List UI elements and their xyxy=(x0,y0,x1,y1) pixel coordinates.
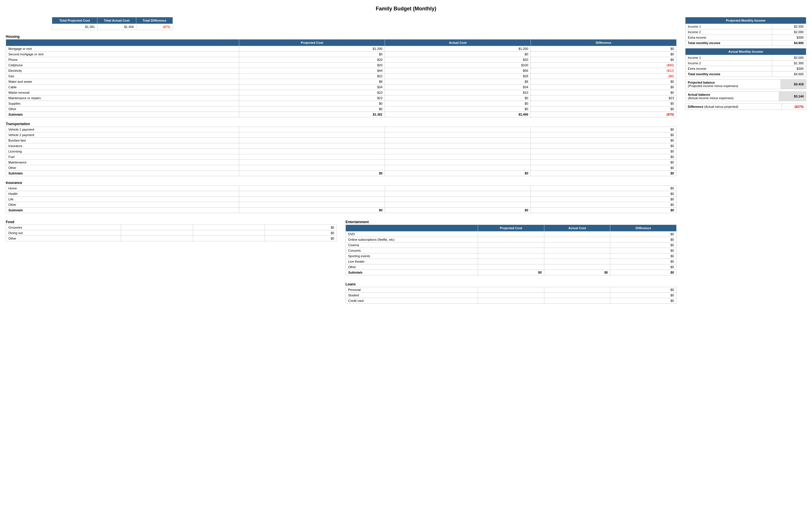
row-label: Mortgage or rent xyxy=(6,46,239,52)
projected-balance-label: Projected balance (Projected income minu… xyxy=(685,80,781,89)
table-row: Other $0 xyxy=(6,165,677,171)
table-row: Student $0 xyxy=(346,293,677,298)
loans-table: Personal $0 Student $0 Credit card $0 xyxy=(346,287,677,304)
entertainment-table: Projected Cost Actual Cost Difference DV… xyxy=(346,224,677,276)
difference-value: ($275) xyxy=(782,104,806,110)
transportation-table: Vehicle 1 payment $0 Vehicle 2 payment $… xyxy=(6,127,677,176)
row-projected: $0 xyxy=(239,52,385,57)
row-label: Maintenance xyxy=(6,160,239,165)
table-row: Sporting events $0 xyxy=(346,253,677,259)
subtotal-row: Subtotals $0 $0 $0 xyxy=(346,270,677,276)
row-projected: $20 xyxy=(239,62,385,68)
table-row: Credit card $0 xyxy=(346,298,677,304)
housing-col-projected: Projected Cost xyxy=(239,40,385,46)
row-diff: $0 xyxy=(531,57,677,62)
row-projected: $23 xyxy=(239,95,385,101)
table-row: Cable $34 $34 $0 xyxy=(6,84,677,90)
transportation-title: Transportation xyxy=(6,122,677,126)
table-row: Dining out $0 xyxy=(6,230,337,236)
income-value: $300 xyxy=(772,66,806,72)
table-row: Waste removal $10 $10 $0 xyxy=(6,90,677,95)
income-value: $3.000 xyxy=(772,55,806,60)
summary-values-row: $1.381 $1.456 ($75) xyxy=(52,24,173,30)
row-actual xyxy=(385,143,531,149)
housing-col-actual: Actual Cost xyxy=(385,40,531,46)
table-row: Second mortgage or rent $0 $0 $0 xyxy=(6,52,677,57)
difference-table: Difference (Actual minus projected) ($27… xyxy=(685,103,806,110)
row-diff: $23 xyxy=(531,95,677,101)
projected-balance-table: Projected balance (Projected income minu… xyxy=(685,79,806,89)
table-row: DVD $0 xyxy=(346,231,677,237)
table-row: Groceries $0 xyxy=(6,225,337,230)
row-label: Cellphone xyxy=(6,62,239,68)
income-label: Total monthly income xyxy=(685,72,772,77)
table-row: Cellphone $20 $100 ($80) xyxy=(6,62,677,68)
table-row: Mortgage or rent $1.200 $1.200 $0 xyxy=(6,46,677,52)
projected-income-title: Projected Monthly Income xyxy=(685,17,806,24)
income-value: $2.500 xyxy=(772,24,806,30)
row-diff: $0 xyxy=(531,149,677,154)
table-row: Gas $22 $28 ($6) xyxy=(6,74,677,79)
row-actual: $0 xyxy=(385,95,531,101)
insurance-table: Home $0 Health $0 Life $0 Other $0 Subto… xyxy=(6,185,677,213)
row-actual xyxy=(385,165,531,171)
income-label: Income 2 xyxy=(685,60,772,66)
entertainment-col-diff: Difference xyxy=(610,225,677,231)
row-projected: $44 xyxy=(239,68,385,74)
table-row: Maintenance or repairs $23 $0 $23 xyxy=(6,95,677,101)
row-actual: $0 xyxy=(385,101,531,107)
subtotal-row: Subtotals $1.381 $1.456 ($75) xyxy=(6,112,677,117)
row-projected xyxy=(239,160,385,165)
table-row: Vehicle 1 payment $0 xyxy=(6,127,677,132)
row-label: Other xyxy=(6,107,239,112)
table-row: Electricity $44 $56 ($12) xyxy=(6,68,677,74)
row-label: Health xyxy=(6,191,239,197)
row-actual: $10 xyxy=(385,90,531,95)
row-label: Second mortgage or rent xyxy=(6,52,239,57)
row-actual xyxy=(385,127,531,132)
row-diff: $0 xyxy=(531,138,677,143)
table-row: Other $0 $0 $0 xyxy=(6,107,677,112)
actual-balance-label: Actual balance (Actual income minus expe… xyxy=(685,92,779,101)
income-label: Income 1 xyxy=(685,24,772,30)
row-projected xyxy=(239,154,385,160)
row-actual xyxy=(385,160,531,165)
row-label: Water and sewer xyxy=(6,79,239,84)
difference-row: Difference (Actual minus projected) ($27… xyxy=(685,104,806,110)
row-diff: $0 xyxy=(531,154,677,160)
row-diff: $0 xyxy=(531,160,677,165)
income-row: Income 2 $2.000 xyxy=(685,30,806,35)
housing-table: Projected Cost Actual Cost Difference Mo… xyxy=(6,39,677,117)
housing-title: Housing xyxy=(6,35,677,39)
row-actual: $28 xyxy=(385,74,531,79)
row-diff: ($12) xyxy=(531,68,677,74)
row-actual xyxy=(385,138,531,143)
table-row: Fuel $0 xyxy=(6,154,677,160)
subtotal-row: Subtotals $0 $0 $0 xyxy=(6,171,677,176)
housing-col-label xyxy=(6,40,239,46)
table-row: Personal $0 xyxy=(346,287,677,293)
projected-balance-value: $3.419 xyxy=(781,80,806,89)
row-label: Insurance xyxy=(6,143,239,149)
row-label: Gas xyxy=(6,74,239,79)
row-diff: $0 xyxy=(531,101,677,107)
row-diff: ($80) xyxy=(531,62,677,68)
entertainment-col-actual: Actual Cost xyxy=(544,225,610,231)
income-value: $4.600 xyxy=(772,72,806,77)
row-projected: $22 xyxy=(239,74,385,79)
income-label: Extra income xyxy=(685,35,772,40)
table-row: Phone $20 $20 $0 xyxy=(6,57,677,62)
table-row: Online subscriptions (Netflix, etc) $0 xyxy=(346,237,677,243)
row-label: Licensing xyxy=(6,149,239,154)
income-row: Extra income $300 xyxy=(685,66,806,72)
summary-header-projected: Total Projected Cost xyxy=(52,17,97,24)
actual-balance-table: Actual balance (Actual income minus expe… xyxy=(685,91,806,101)
row-projected: $20 xyxy=(239,57,385,62)
table-row: Life $0 xyxy=(6,197,677,202)
entertainment-col-projected: Projected Cost xyxy=(478,225,544,231)
row-projected: $1.200 xyxy=(239,46,385,52)
row-projected xyxy=(239,127,385,132)
summary-diff-val: ($75) xyxy=(136,24,173,30)
row-label: Other xyxy=(6,165,239,171)
table-row: Concerts $0 xyxy=(346,248,677,253)
